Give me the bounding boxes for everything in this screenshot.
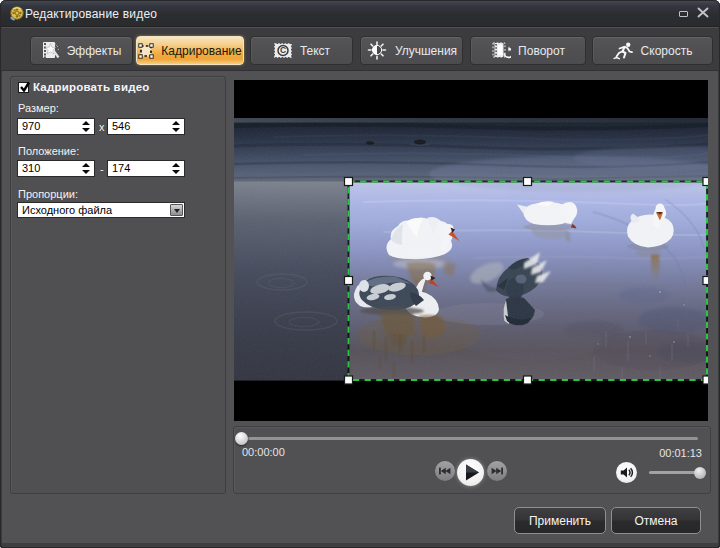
svg-text:C: C xyxy=(280,45,286,55)
